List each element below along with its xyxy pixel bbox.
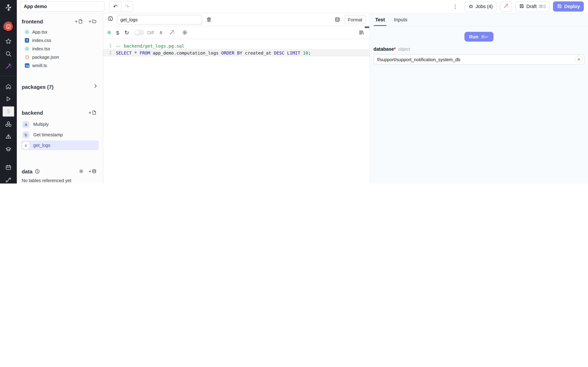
home-icon[interactable] bbox=[2, 81, 14, 92]
app-window: $ + → ↶ ↷ ⋮ Jobs (4) bbox=[0, 0, 588, 184]
diff-plusminus-icon[interactable]: ± bbox=[159, 30, 163, 35]
magic-wand-icon bbox=[503, 3, 509, 10]
editor-column: Format $ ↻ Diff ± 1-- backend/get_logs.p… bbox=[103, 13, 370, 184]
file-name: App.tsx bbox=[32, 29, 47, 34]
run-shortcut: ⌘↵ bbox=[481, 34, 489, 39]
css3-icon: 3 bbox=[25, 38, 29, 43]
backend-section-header: backend + bbox=[17, 109, 103, 116]
schema-explorer-database-icon[interactable] bbox=[334, 16, 341, 23]
script-badge: a bbox=[22, 121, 29, 128]
undo-button[interactable]: ↶ bbox=[110, 1, 121, 12]
postgresql-icon bbox=[107, 16, 114, 24]
rail-divider bbox=[0, 76, 17, 76]
data-settings-gear-icon[interactable] bbox=[77, 168, 85, 175]
file-name: index.tsx bbox=[32, 46, 50, 51]
file-row[interactable]: { }package.json bbox=[17, 53, 103, 61]
variables-dollar-icon[interactable]: $ bbox=[116, 30, 119, 35]
file-name: index.css bbox=[32, 38, 51, 43]
code-editor[interactable]: 1-- backend/get_logs.pg.sql2SELECT * FRO… bbox=[103, 39, 370, 56]
file-row[interactable]: index.tsx bbox=[17, 44, 103, 53]
file-row[interactable]: TSwmill.ts bbox=[17, 61, 103, 70]
add-file-button[interactable]: + bbox=[73, 18, 84, 25]
script-label: get_logs bbox=[33, 143, 50, 148]
backend-title: backend bbox=[22, 109, 43, 116]
bug-icon bbox=[468, 3, 474, 10]
star-icon[interactable] bbox=[2, 36, 14, 47]
file-row[interactable]: App.tsx bbox=[17, 28, 103, 36]
field-type-label: object bbox=[398, 47, 410, 52]
file-name: wmill.ts bbox=[32, 63, 47, 68]
diff-label: Diff bbox=[147, 30, 154, 35]
explorer-panel: frontend + + App.tsx3index.cssindex.tsx{… bbox=[17, 13, 103, 184]
database-resource-input[interactable] bbox=[373, 54, 585, 65]
blocks-icon[interactable] bbox=[2, 119, 14, 129]
backend-script-row[interactable]: aMultiply bbox=[21, 119, 99, 129]
play-icon[interactable] bbox=[2, 94, 14, 104]
chevron-right-icon[interactable] bbox=[93, 83, 98, 90]
file-row[interactable]: 3index.css bbox=[17, 36, 103, 44]
required-asterisk: * bbox=[394, 47, 396, 52]
tab-test[interactable]: Test bbox=[375, 13, 385, 26]
code-line[interactable]: 1-- backend/get_logs.pg.sql bbox=[103, 42, 370, 49]
flow-icon[interactable] bbox=[2, 175, 14, 184]
code-line[interactable]: 2SELECT * FROM app_demo.computation_logs… bbox=[103, 49, 370, 56]
save-icon bbox=[557, 3, 562, 10]
undo-redo-group: ↶ ↷ bbox=[109, 1, 133, 12]
react-icon bbox=[25, 29, 29, 34]
frontend-section-header: frontend + + bbox=[17, 18, 103, 25]
search-icon[interactable] bbox=[2, 49, 14, 59]
script-label: Get timestamp bbox=[33, 132, 63, 137]
ai-assistant-wand-icon[interactable] bbox=[168, 29, 175, 36]
test-panel: TestInputs Run ⌘↵ database* object ✕ Aut… bbox=[370, 13, 588, 184]
file-name: package.json bbox=[32, 54, 59, 60]
backend-script-row[interactable]: bGet timestamp bbox=[21, 130, 99, 140]
database-field-label: database* object bbox=[370, 42, 588, 52]
library-icon[interactable] bbox=[358, 29, 365, 36]
script-badge: c bbox=[22, 142, 29, 149]
workspace-icon[interactable] bbox=[3, 21, 14, 32]
tab-inputs[interactable]: Inputs bbox=[394, 13, 407, 26]
editor-toolbar: $ ↻ Diff ± bbox=[103, 26, 370, 39]
typescript-icon: TS bbox=[25, 63, 29, 68]
line-number: 1 bbox=[103, 43, 112, 48]
info-icon[interactable] bbox=[35, 169, 40, 174]
draft-button[interactable]: Draft ⌘S bbox=[515, 1, 550, 12]
run-button[interactable]: Run ⌘↵ bbox=[465, 32, 493, 42]
magic-wand-icon[interactable] bbox=[2, 61, 14, 72]
editor-settings-gear-icon[interactable] bbox=[181, 29, 189, 36]
app-name-input[interactable] bbox=[20, 1, 105, 12]
dollar-icon[interactable]: $ bbox=[2, 106, 14, 117]
clear-field-x-icon[interactable]: ✕ bbox=[575, 56, 583, 63]
script-badge: b bbox=[22, 131, 29, 138]
add-database-button[interactable]: + bbox=[87, 168, 98, 175]
line-number: 2 bbox=[103, 50, 112, 55]
add-folder-button[interactable]: + bbox=[87, 18, 98, 25]
status-green-dot bbox=[107, 31, 111, 34]
graduation-cap-icon[interactable] bbox=[2, 144, 14, 154]
script-name-input[interactable] bbox=[117, 15, 202, 24]
refresh-icon[interactable]: ↻ bbox=[124, 29, 129, 36]
left-icon-rail: $ + → bbox=[0, 0, 17, 184]
ai-wand-button[interactable] bbox=[500, 1, 512, 12]
draft-shortcut: ⌘S bbox=[539, 4, 546, 9]
scrollbar-cursor-mark bbox=[365, 26, 369, 28]
add-script-button[interactable]: + bbox=[87, 109, 98, 116]
data-section-header: data + bbox=[17, 168, 103, 175]
delete-script-trash-icon[interactable] bbox=[205, 16, 213, 23]
frontend-file-list: App.tsx3index.cssindex.tsx{ }package.jso… bbox=[17, 28, 103, 70]
diff-toggle[interactable] bbox=[134, 30, 144, 35]
frontend-title: frontend bbox=[22, 18, 43, 24]
calendar-icon[interactable] bbox=[2, 162, 14, 173]
prism-icon[interactable] bbox=[2, 131, 14, 142]
script-label: Multiply bbox=[33, 122, 49, 127]
test-panel-tabs: TestInputs bbox=[370, 13, 588, 26]
deploy-button[interactable]: Deploy bbox=[553, 1, 584, 12]
editor-header: Format bbox=[103, 13, 370, 26]
format-button[interactable]: Format bbox=[344, 15, 366, 24]
jobs-button[interactable]: Jobs (4) bbox=[465, 1, 497, 12]
backend-script-row[interactable]: cget_logs bbox=[21, 141, 99, 150]
packages-section-header[interactable]: packages (7) bbox=[17, 83, 103, 90]
backend-script-list: aMultiplybGet timestampcget_logs bbox=[17, 119, 103, 150]
redo-button[interactable]: ↷ bbox=[121, 1, 133, 12]
more-menu-button[interactable]: ⋮ bbox=[449, 3, 461, 10]
